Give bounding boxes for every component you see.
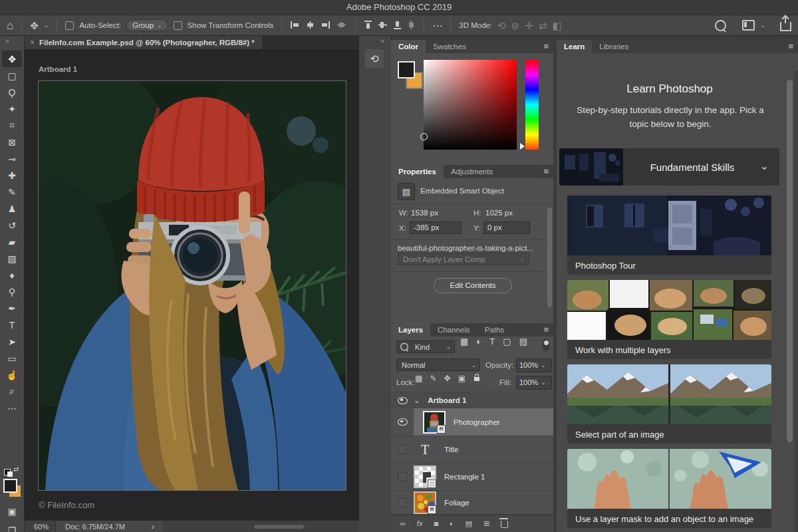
blend-mode-select[interactable]: Normal ⌄ (396, 358, 480, 371)
tab-color[interactable]: Color (391, 40, 426, 53)
doc-size-indicator[interactable]: Doc: 6.75M/24.7M › (55, 521, 164, 532)
tab-adjustments[interactable]: Adjustments (444, 165, 500, 178)
hue-selector[interactable] (520, 143, 525, 150)
quick-mask-icon[interactable]: ▣ (2, 503, 22, 519)
chevron-down-icon[interactable]: ⌄ (760, 23, 765, 29)
auto-select-group-dropdown[interactable]: Group ⌄ (126, 19, 168, 31)
panel-menu-icon[interactable]: ≡ (788, 40, 793, 53)
adjustment-layer-icon[interactable]: ◐ (450, 519, 454, 527)
x-position-input[interactable]: -385 px (410, 221, 462, 234)
3d-camera-icon[interactable]: ◧ (553, 21, 562, 31)
layer-comp-select[interactable]: Don't Apply Layer Comp ⌄ (398, 253, 529, 265)
rectangle-tool[interactable]: ▭ (2, 350, 22, 366)
foreground-color-well[interactable] (398, 61, 415, 78)
search-icon[interactable] (715, 20, 726, 31)
chevron-down-icon[interactable]: ⌄ (760, 160, 769, 172)
fill-input[interactable]: 100% ⌄ (516, 376, 552, 390)
visibility-checkbox[interactable] (398, 472, 407, 481)
filter-image-icon[interactable]: ▦ (460, 336, 468, 346)
layer-thumbnail[interactable]: ▤ (423, 411, 446, 434)
visibility-checkbox[interactable] (398, 498, 407, 507)
layer-name[interactable]: Artboard 1 (428, 396, 466, 404)
tab-channels[interactable]: Channels (430, 323, 477, 336)
close-document-icon[interactable]: × (30, 38, 35, 47)
home-icon[interactable]: ⌂ (7, 20, 13, 31)
layer-name[interactable]: Photographer (454, 418, 500, 426)
share-icon[interactable] (780, 22, 791, 31)
visibility-eye-icon[interactable] (398, 418, 408, 426)
layer-name[interactable]: Rectangle 1 (444, 473, 485, 481)
healing-brush-tool[interactable]: ✚ (2, 167, 22, 184)
align-middle-vertical-icon[interactable] (378, 20, 388, 31)
artboard-canvas[interactable] (39, 81, 346, 490)
layer-row-photographer[interactable]: ▤ Photographer (391, 408, 553, 436)
status-chevron-icon[interactable]: › (152, 523, 154, 531)
lock-position-icon[interactable]: ✥ (444, 374, 451, 383)
add-layer-mask-icon[interactable]: ◙ (434, 519, 438, 527)
filter-smart-object-icon[interactable]: ▤ (519, 336, 527, 346)
lock-transparency-icon[interactable]: ▦ (415, 374, 422, 383)
eraser-tool[interactable]: ▰ (2, 233, 22, 250)
tab-paths[interactable]: Paths (477, 323, 511, 336)
new-layer-icon[interactable]: ⊞ (483, 519, 489, 528)
saturation-picker[interactable] (424, 60, 517, 150)
gradient-tool[interactable]: ▧ (2, 250, 22, 267)
pen-tool[interactable]: ✒ (2, 300, 22, 317)
canvas-area[interactable]: Artboard 1 (25, 49, 359, 520)
clone-stamp-tool[interactable]: ♟ (2, 200, 22, 217)
tutorial-card-layer-mask[interactable]: Use a layer mask to add an object to an … (567, 449, 771, 528)
visibility-checkbox[interactable] (398, 445, 407, 454)
workspace-icon[interactable] (742, 20, 755, 31)
distribute-vertical-icon[interactable] (407, 20, 416, 31)
filter-adjustment-icon[interactable]: ◐ (476, 336, 481, 346)
panel-menu-icon[interactable]: ≡ (543, 165, 549, 178)
magic-wand-tool[interactable]: ✦ (2, 100, 22, 117)
lasso-tool[interactable]: Ϙ (2, 84, 22, 100)
properties-scrollbar[interactable] (547, 207, 552, 307)
layer-thumbnail[interactable]: ▤ (414, 491, 436, 514)
history-brush-tool[interactable]: ↺ (2, 217, 22, 233)
horizontal-scrollbar[interactable] (254, 525, 304, 529)
align-top-icon[interactable] (364, 20, 372, 31)
hand-tool[interactable]: ☝ (2, 366, 22, 383)
eyedropper-tool[interactable]: ⊸ (2, 150, 22, 167)
default-colors-control[interactable]: ⇄ (4, 467, 20, 476)
saturation-selector[interactable] (420, 133, 428, 140)
delete-layer-icon[interactable] (501, 521, 508, 528)
tutorial-card-multiple-layers[interactable]: Work with multiple layers (567, 280, 771, 359)
chevron-down-icon[interactable]: ⌄ (44, 23, 49, 29)
layer-row-foliage[interactable]: ▤ Foliage (391, 491, 553, 514)
brush-tool[interactable]: ✎ (2, 184, 22, 200)
distribute-horizontal-icon[interactable] (336, 21, 347, 31)
opacity-input[interactable]: 100% ⌄ (516, 358, 552, 372)
path-select-tool[interactable]: ➤ (2, 333, 22, 350)
filter-toggle[interactable] (543, 339, 549, 351)
tutorial-card-select-image[interactable]: Select part of an image (567, 364, 771, 444)
auto-select-checkbox[interactable] (65, 21, 74, 30)
3d-roll-icon[interactable]: ⊚ (511, 21, 520, 31)
new-group-icon[interactable]: ▤ (466, 519, 472, 528)
align-left-icon[interactable] (290, 21, 300, 31)
more-options-icon[interactable]: ⋯ (432, 21, 442, 31)
hue-slider[interactable] (525, 60, 539, 150)
layer-row-title[interactable]: T Title (391, 436, 553, 463)
align-center-horizontal-icon[interactable] (305, 21, 315, 31)
3d-orbit-icon[interactable]: ⟲ (497, 21, 506, 31)
lock-paint-icon[interactable]: ✎ (430, 374, 436, 383)
panel-menu-icon[interactable]: ≡ (543, 40, 549, 53)
dodge-tool[interactable]: ⚲ (2, 283, 22, 300)
screen-mode-icon[interactable]: ❐ (2, 522, 22, 532)
blur-tool[interactable]: ♦ (2, 267, 22, 283)
zoom-level-field[interactable]: 60% (25, 523, 55, 531)
collapse-panels-icon[interactable]: « (380, 37, 384, 45)
foreground-color-swatch[interactable] (3, 479, 17, 493)
tab-libraries[interactable]: Libraries (592, 40, 636, 53)
move-tool-preset-icon[interactable]: ✥ (30, 21, 39, 31)
layer-thumbnail[interactable]: ▢ (414, 466, 436, 488)
marquee-tool[interactable]: ▢ (2, 67, 22, 84)
learn-scrollbar[interactable] (787, 80, 793, 442)
move-tool[interactable]: ✥ (2, 51, 22, 67)
frame-tool[interactable]: ⊠ (2, 134, 22, 150)
align-bottom-icon[interactable] (393, 20, 402, 31)
align-right-icon[interactable] (321, 21, 331, 31)
